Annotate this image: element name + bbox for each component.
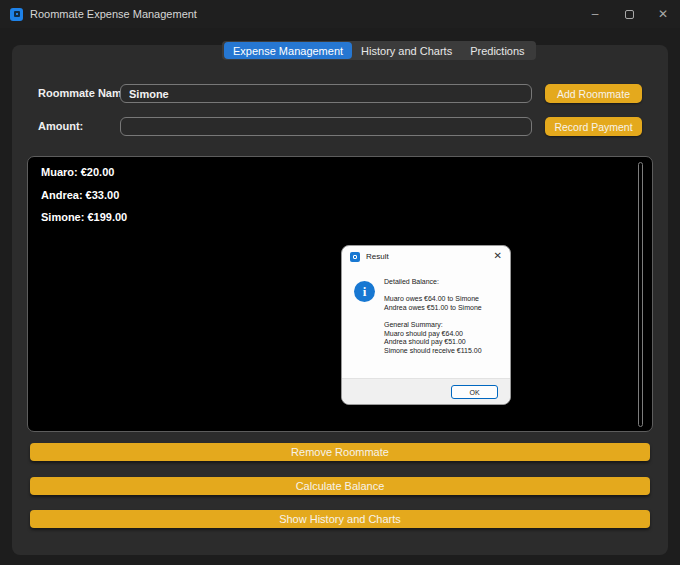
calculate-balance-button[interactable]: Calculate Balance: [30, 477, 650, 495]
info-icon: i: [354, 281, 375, 302]
dialog-title: Result: [366, 252, 389, 261]
maximize-icon[interactable]: [612, 0, 646, 28]
dialog-line: Andrea should pay €51.00: [384, 338, 482, 347]
dialog-message: Detailed Balance: Muaro owes €64.00 to S…: [384, 278, 482, 355]
list-item[interactable]: Andrea: €33.00: [41, 189, 119, 201]
dialog-line: Detailed Balance:: [384, 278, 482, 287]
dialog-line: Simone should receive €115.00: [384, 347, 482, 356]
window-controls: – ✕: [578, 0, 680, 28]
minimize-icon[interactable]: –: [578, 0, 612, 28]
remove-roommate-button[interactable]: Remove Roommate: [30, 443, 650, 461]
dialog-footer: OK: [342, 378, 510, 404]
ok-button[interactable]: OK: [451, 385, 498, 399]
dialog-app-icon: [350, 252, 360, 262]
roommate-name-label: Roommate Name:: [38, 87, 132, 99]
dialog-line: Muaro should pay €64.00: [384, 330, 482, 339]
amount-input[interactable]: [120, 117, 532, 136]
dialog-line: [384, 287, 482, 296]
dialog-close-icon[interactable]: ✕: [494, 251, 502, 261]
tab-predictions[interactable]: Predictions: [461, 42, 533, 59]
dialog-line: General Summary:: [384, 321, 482, 330]
dialog-line: [384, 312, 482, 321]
list-item[interactable]: Simone: €199.00: [41, 211, 127, 223]
add-roommate-button[interactable]: Add Roommate: [545, 84, 642, 103]
amount-label: Amount:: [38, 120, 83, 132]
expense-list[interactable]: Muaro: €20.00 Andrea: €33.00 Simone: €19…: [27, 156, 653, 432]
list-item[interactable]: Muaro: €20.00: [41, 166, 114, 178]
app-icon: [10, 8, 23, 21]
tab-history-and-charts[interactable]: History and Charts: [352, 42, 461, 59]
dialog-line: Muaro owes €64.00 to Simone: [384, 295, 482, 304]
close-icon[interactable]: ✕: [646, 0, 680, 28]
record-payment-button[interactable]: Record Payment: [545, 117, 642, 136]
tab-bar: Expense Management History and Charts Pr…: [222, 41, 536, 60]
title-bar: Roommate Expense Management – ✕: [0, 0, 680, 28]
window-title: Roommate Expense Management: [30, 8, 197, 20]
show-history-charts-button[interactable]: Show History and Charts: [30, 510, 650, 528]
dialog-title-bar: Result ✕: [342, 246, 510, 267]
dialog-line: Andrea owes €51.00 to Simone: [384, 304, 482, 313]
list-scrollbar[interactable]: [638, 162, 643, 427]
tab-expense-management[interactable]: Expense Management: [224, 42, 352, 59]
result-dialog: Result ✕ i Detailed Balance: Muaro owes …: [341, 245, 511, 405]
dialog-body: i Detailed Balance: Muaro owes €64.00 to…: [342, 267, 510, 355]
roommate-name-input[interactable]: [120, 84, 532, 103]
